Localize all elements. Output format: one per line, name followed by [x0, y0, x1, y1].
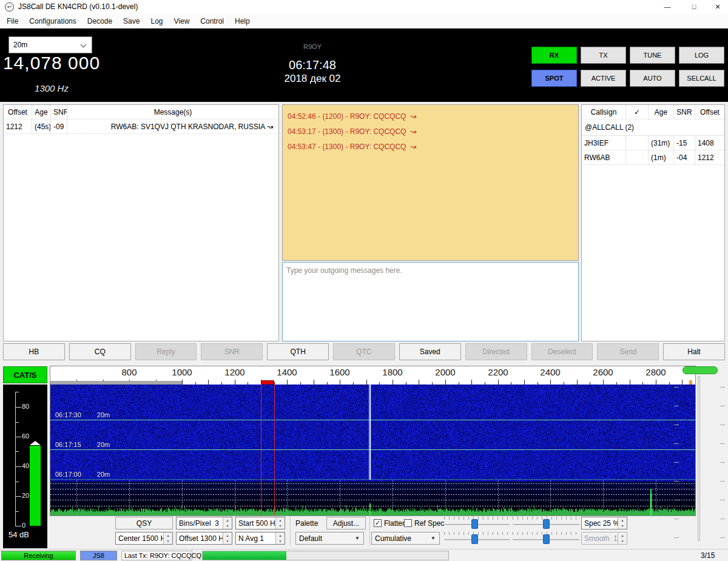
slider-handle[interactable] — [471, 519, 478, 529]
rx-button[interactable]: RX — [531, 47, 577, 64]
slider-handle[interactable] — [543, 534, 550, 544]
col-message: Message(s) — [67, 105, 278, 119]
meter-tick-label: 60 — [22, 432, 34, 440]
slider-groove — [698, 376, 700, 541]
scale-tick — [208, 380, 209, 385]
slider-tick — [720, 537, 725, 538]
slider-handle[interactable] — [682, 366, 718, 374]
outgoing-message-input[interactable] — [283, 263, 578, 341]
cat-status-button[interactable]: CAT/S — [3, 366, 47, 383]
tune-button[interactable]: TUNE — [630, 47, 675, 64]
spectrum-mode-select[interactable]: Cumulative ▼ — [371, 532, 440, 545]
band-select[interactable]: 20m — [8, 36, 92, 53]
bins-per-pixel-spinner[interactable]: Bins/Pixel 3 ▲▼ — [176, 517, 232, 529]
table-row[interactable]: JH3IEF (31m) -15 1408 — [582, 136, 724, 150]
meter-level-bar — [30, 446, 41, 526]
saved-button[interactable]: Saved — [399, 343, 461, 360]
cell-offset: 1212 — [695, 150, 724, 165]
spin-up-icon: ▲ — [618, 532, 627, 539]
utc-date: 2018 дек 02 — [252, 73, 373, 85]
cell-snr: -15 — [674, 136, 695, 150]
compose-box — [282, 262, 579, 341]
auto-button[interactable]: AUTO — [630, 70, 675, 87]
menu-view[interactable]: View — [169, 14, 195, 29]
slider-handle[interactable] — [543, 519, 550, 529]
n-avg-spinner[interactable]: N Avg 1 ▲▼ — [235, 532, 285, 545]
dropdown-arrow-icon: ▼ — [431, 536, 436, 541]
slider-handle[interactable] — [471, 534, 478, 544]
flatten-checkbox[interactable]: ✓ Flatten — [374, 519, 406, 528]
minimize-icon[interactable]: — — [654, 0, 681, 14]
cell-snr: -04 — [674, 150, 695, 165]
rx-message-panel[interactable]: 04:52:46 - (1200) - R9OY: CQCQCQ ↝ 04:53… — [282, 104, 579, 261]
log-button[interactable]: LOG — [679, 47, 724, 64]
freq-label: 1000 — [172, 367, 192, 377]
freq-label: 1400 — [277, 367, 297, 377]
call-activity-table[interactable]: Callsign ✓ Age SNR Offset @ALLCALL (2) J… — [581, 104, 725, 341]
qth-button[interactable]: QTH — [267, 343, 329, 360]
palette-adjust-button[interactable]: Adjust... — [326, 517, 366, 529]
band-activity-table[interactable]: Offset Age SNR Message(s) 1212 (45s) -09… — [3, 104, 279, 341]
spin-up-icon: ▲ — [164, 532, 172, 539]
offset-hz-spinner[interactable]: Offset 1300 Hz ▲▼ — [176, 532, 232, 545]
menu-help[interactable]: Help — [229, 14, 255, 29]
js8call-window: ↩ JS8Call DE KN4CRD (v0.10.1-devel) — □ … — [0, 0, 728, 561]
freq-label: 1600 — [329, 367, 349, 377]
scale-tick — [340, 380, 340, 385]
spec-percent-spinner[interactable]: Spec 25 % ▲▼ — [581, 517, 627, 529]
col-snr: SNR — [674, 105, 695, 119]
chevron-down-icon — [81, 42, 87, 48]
meter-value: 54 dB — [8, 530, 29, 539]
close-icon[interactable]: ✕ — [707, 0, 728, 14]
cell-age: (31m) — [649, 136, 674, 150]
table-row[interactable]: 1212 (45s) -09 RW6AB: SV1QVJ QTH KRASNOD… — [4, 119, 278, 134]
slider-tick — [720, 519, 725, 519]
slider-tick — [674, 519, 679, 519]
start-hz-spinner[interactable]: Start 500 Hz ▲▼ — [235, 517, 285, 529]
waterfall-canvas[interactable] — [50, 385, 695, 516]
cell-offset: 1212 — [4, 119, 32, 134]
scale-tick — [550, 380, 551, 385]
hb-button[interactable]: HB — [3, 343, 65, 360]
cell-age: (45s) — [32, 119, 51, 134]
scale-tick — [445, 380, 446, 385]
dropdown-arrow-icon: ▼ — [355, 536, 360, 541]
frequency-scale[interactable]: 8001000120014001600180020002200240026002… — [50, 366, 695, 385]
active-button[interactable]: ACTIVE — [581, 70, 626, 87]
scale-tick — [235, 380, 235, 385]
slider-tick — [720, 425, 725, 425]
menu-decode[interactable]: Decode — [82, 14, 118, 29]
menu-control[interactable]: Control — [195, 14, 229, 29]
meter-tick — [16, 407, 21, 408]
palette-select[interactable]: Default ▼ — [295, 532, 364, 545]
maximize-icon[interactable]: □ — [681, 0, 707, 14]
cell-callsign: JH3IEF — [582, 136, 626, 150]
slider-tick — [674, 500, 679, 500]
allcall-group-row[interactable]: @ALLCALL (2) — [582, 119, 724, 136]
table-row[interactable]: RW6AB (1m) -04 1212 — [582, 150, 724, 165]
tx-offset-display: 1300 Hz — [0, 83, 103, 93]
scale-tick — [656, 380, 656, 385]
col-offset: Offset — [695, 105, 724, 119]
frequency-display[interactable]: 14,078 000 — [0, 53, 103, 73]
cq-button[interactable]: CQ — [69, 343, 131, 360]
qsy-button[interactable]: QSY — [115, 517, 173, 529]
utc-time: 06:17:48 — [252, 58, 373, 72]
menu-save[interactable]: Save — [118, 14, 145, 29]
menu-configurations[interactable]: Configurations — [24, 14, 81, 29]
offset-selection-marker[interactable] — [261, 380, 274, 385]
snr-button: SNR — [201, 343, 263, 360]
cell-age: (1m) — [649, 150, 674, 165]
rx-message: 04:52:46 - (1200) - R9OY: CQCQCQ ↝ — [288, 109, 573, 124]
ref-spec-checkbox[interactable]: Ref Spec — [404, 519, 444, 528]
halt-button[interactable]: Halt — [663, 343, 725, 360]
center-hz-spinner[interactable]: Center 1500 Hz ▲▼ — [115, 532, 173, 545]
spot-button[interactable]: SPOT — [531, 70, 577, 87]
title-bar: ↩ JS8Call DE KN4CRD (v0.10.1-devel) — □ … — [0, 0, 728, 14]
slider-tick — [674, 462, 679, 463]
cell-snr: -09 — [51, 119, 67, 134]
tx-button[interactable]: TX — [581, 47, 626, 64]
menu-log[interactable]: Log — [145, 14, 168, 29]
selcall-button[interactable]: SELCALL — [679, 70, 724, 87]
menu-file[interactable]: File — [1, 14, 24, 29]
